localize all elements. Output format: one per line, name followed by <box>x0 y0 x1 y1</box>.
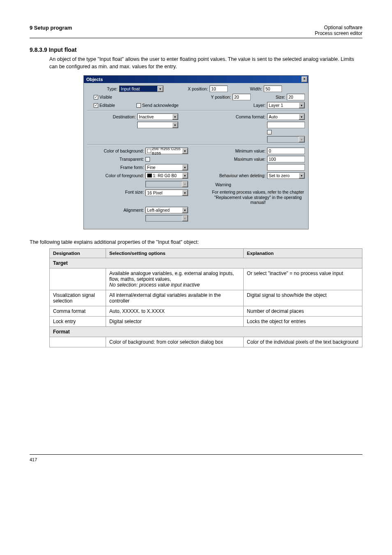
min-label: Minimum value: <box>233 148 265 153</box>
limit-extra-input[interactable] <box>267 164 305 171</box>
chevron-down-icon: ▼ <box>182 181 188 187</box>
table-cell-designation <box>50 337 106 347</box>
checkbox-empty-icon <box>145 157 150 162</box>
warning-text: For entering process values, refer to th… <box>211 190 305 205</box>
check-icon: ✓ <box>94 95 98 99</box>
xpos-label: X position: <box>185 86 208 91</box>
align-select[interactable]: Left-aligned ▼ <box>145 207 188 213</box>
table-cell-designation: Lock entry <box>50 317 106 327</box>
chevron-down-icon: ▼ <box>172 114 178 120</box>
colorbg-value: 256: R255 G255 B255 <box>152 146 181 155</box>
max-label: Maximum value: <box>233 157 265 162</box>
editable-label: Editable <box>99 103 115 108</box>
chevron-down-icon: ▼ <box>299 173 304 178</box>
header-right: Optional software Process screen editor <box>315 25 362 36</box>
table-section: Target <box>50 258 362 268</box>
width-value: 50 <box>265 86 270 91</box>
frame-label: Frame form: <box>87 165 144 170</box>
dialog-titlebar: Objects × <box>84 76 308 83</box>
comma-select[interactable]: Auto ▼ <box>267 113 305 120</box>
size-label: Size: <box>269 95 285 99</box>
header-left: 9 Setup program <box>30 25 72 36</box>
chevron-down-icon: ▼ <box>299 136 304 142</box>
xpos-input[interactable]: 10 <box>210 86 228 92</box>
table-cell-selection: Digital selector <box>106 317 243 327</box>
page-number: 417 <box>30 457 37 462</box>
colorbg-select[interactable]: 256: R255 G255 B255 ▼ <box>145 148 188 154</box>
editable-checkbox[interactable]: ✓ Editable <box>94 103 115 108</box>
size-input[interactable]: 20 <box>287 94 305 100</box>
destination-select[interactable]: Inactive ▼ <box>137 113 178 120</box>
fontsize-value: 16 Pixel <box>147 190 162 195</box>
ypos-value: 20 <box>234 95 239 99</box>
type-label: Type: <box>87 86 118 91</box>
behavior-select[interactable]: Set to zero ▼ <box>267 172 305 179</box>
checkbox-empty-icon <box>136 103 141 108</box>
chevron-down-icon: ▼ <box>182 190 188 196</box>
destination-label: Destination: <box>87 114 136 119</box>
layer-value: Layer 1 <box>269 103 283 108</box>
objects-dialog: Objects × Type: Input float ▼ X position… <box>83 75 309 229</box>
chevron-down-icon: ▼ <box>182 173 188 178</box>
table-intro: The following table explains additional … <box>30 239 362 245</box>
colorfg-value: 1: R0 G0 B0 <box>153 173 177 178</box>
colorfg-label: Color of foreground: <box>87 173 144 178</box>
close-icon[interactable]: × <box>302 76 307 82</box>
table-cell-explanation: Color of the individual pixels of the te… <box>243 337 362 347</box>
table-cell-selection: Auto, XXXXX. to X.XXXX <box>106 306 243 317</box>
lock-sub-select: ▼ <box>267 136 305 143</box>
width-label: Width: <box>246 86 262 91</box>
colorbg-label: Color of background: <box>87 148 144 153</box>
chevron-down-icon: ▼ <box>182 164 188 170</box>
sendack-label: Send acknowledge <box>142 103 179 108</box>
layer-select[interactable]: Layer 1 ▼ <box>267 102 305 109</box>
size-value: 20 <box>288 95 293 99</box>
ypos-label: Y position: <box>208 95 231 99</box>
color-swatch-icon <box>147 173 152 178</box>
ypos-input[interactable]: 20 <box>233 94 251 100</box>
sendack-checkbox[interactable]: Send acknowledge <box>136 103 179 108</box>
table-section: Format <box>50 327 362 337</box>
min-input[interactable]: 0 <box>267 148 305 154</box>
align-sub-select: ▼ <box>145 215 188 222</box>
transparent-checkbox[interactable] <box>145 157 151 162</box>
th-designation: Designation <box>50 249 106 258</box>
chevron-down-icon: ▼ <box>299 102 304 108</box>
colorfg-select[interactable]: 1: R0 G0 B0 ▼ <box>145 172 188 179</box>
color-swatch-icon <box>147 149 151 153</box>
visible-label: Visible <box>99 95 112 99</box>
th-selection: Selection/setting options <box>106 249 243 258</box>
page-footer: 417 <box>30 454 362 462</box>
type-select[interactable]: Input float ▼ <box>119 86 164 92</box>
chevron-down-icon: ▼ <box>182 148 188 154</box>
warning-heading: Warning <box>215 182 305 187</box>
fontsize-select[interactable]: 16 Pixel ▼ <box>145 190 188 196</box>
header-right-top: Optional software <box>315 25 362 30</box>
transparent-label: Transparent: <box>87 157 144 162</box>
section-intro: An object of the type "Input float" allo… <box>49 56 362 70</box>
section-heading: 9.8.3.9 Input float <box>30 46 362 53</box>
lock-checkbox[interactable] <box>267 130 273 134</box>
table-cell-selection: Available analogue variables, e.g. exter… <box>106 268 243 290</box>
dest-sub-select[interactable]: ▼ <box>137 122 178 128</box>
table-cell-designation: Comma format <box>50 306 106 317</box>
layer-label: Layer: <box>247 103 265 108</box>
check-icon: ✓ <box>94 103 98 108</box>
comma-sub-field[interactable] <box>267 122 305 128</box>
min-value: 0 <box>269 148 271 153</box>
fontsize-label: Font size: <box>87 190 144 194</box>
max-input[interactable]: 100 <box>267 156 305 162</box>
frame-select[interactable]: Fine ▼ <box>145 164 188 171</box>
checkbox-empty-icon <box>267 130 272 134</box>
behavior-label: Behaviour when deleting: <box>217 173 265 178</box>
max-value: 100 <box>269 157 276 162</box>
table-cell-explanation: Locks the object for entries <box>243 317 362 327</box>
fg-sub-select: ▼ <box>145 181 188 187</box>
visible-checkbox[interactable]: ✓ Visible <box>94 95 112 99</box>
table-cell-explanation: Number of decimal places <box>243 306 362 317</box>
header-right-bottom: Process screen editor <box>315 30 362 36</box>
behavior-value: Set to zero <box>269 173 290 178</box>
properties-table: Designation Selection/setting options Ex… <box>49 248 362 347</box>
width-input[interactable]: 50 <box>264 86 282 92</box>
chevron-down-icon: ▼ <box>182 215 188 221</box>
